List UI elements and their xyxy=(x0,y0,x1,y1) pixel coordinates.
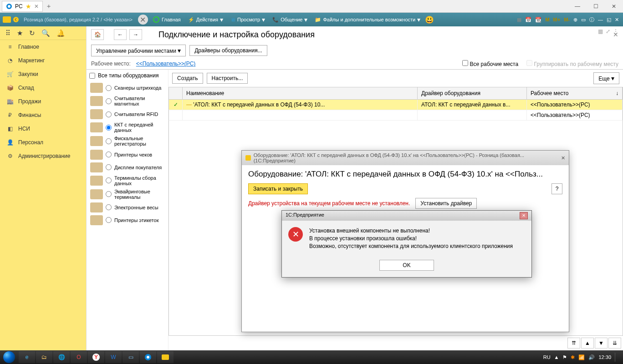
grid-icon[interactable]: ▦ xyxy=(516,17,523,23)
nav-nsi[interactable]: ◧НСИ xyxy=(0,122,86,136)
forward-button[interactable]: → xyxy=(129,29,142,40)
toolbar-view[interactable]: 🖥Просмотр▾ xyxy=(228,16,268,23)
back-button[interactable]: ← xyxy=(114,29,127,40)
configure-button[interactable]: Настроить... xyxy=(207,73,248,84)
all-types-checkbox[interactable] xyxy=(89,73,95,79)
mminus-icon[interactable]: M- xyxy=(562,17,571,22)
start-button[interactable] xyxy=(0,350,18,364)
equipment-type-radio[interactable] xyxy=(106,138,112,144)
install-driver-button[interactable]: Установить драйвер xyxy=(415,198,477,209)
reload-icon[interactable]: ↻ xyxy=(29,29,35,37)
toolbar-main[interactable]: Главная xyxy=(150,16,184,23)
taskbar-ie-icon[interactable]: e xyxy=(19,351,35,363)
nav-admin[interactable]: ⚙Администрирование xyxy=(0,149,86,163)
grid-down-icon[interactable]: ▼ xyxy=(595,338,608,349)
mplus-icon[interactable]: M+ xyxy=(552,17,562,22)
toolbar-chat[interactable]: 📞Общение▾ xyxy=(270,16,310,23)
workplace-link[interactable]: <<Пользователь>>(PC) xyxy=(136,61,196,67)
equipment-type-item[interactable]: Считыватели RFID xyxy=(89,108,165,121)
dialog-close-icon[interactable]: ✕ xyxy=(561,155,565,161)
nav-personnel[interactable]: 👤Персонал xyxy=(0,136,86,149)
home-button[interactable]: 🏠 xyxy=(91,29,104,40)
minimize2-icon[interactable]: — xyxy=(597,17,604,22)
table-row[interactable]: ✓— 'АТОЛ: ККТ с передачей данных в ОФД (… xyxy=(169,100,623,110)
calendar2-icon[interactable]: 📆 xyxy=(534,17,543,23)
all-workplaces-checkbox[interactable]: Все рабочие места xyxy=(462,60,518,67)
new-tab-button[interactable]: ＋ xyxy=(46,2,52,10)
col-workplace[interactable]: Рабочее место↓ xyxy=(527,87,623,99)
col-driver[interactable]: Драйвер оборудования xyxy=(418,87,527,99)
taskbar-chrome-icon[interactable]: 🌐 xyxy=(53,351,70,363)
zoom-in-icon[interactable]: ⊕ xyxy=(572,17,579,23)
grid-up-icon[interactable]: ▲ xyxy=(581,338,594,349)
nav-warehouse[interactable]: 📦Склад xyxy=(0,81,86,95)
close2-icon[interactable]: ✕ xyxy=(613,17,620,23)
tray-network-icon[interactable]: 📶 xyxy=(578,354,585,360)
equipment-type-item[interactable]: Электронные весы xyxy=(89,201,165,214)
col-name[interactable]: Наименование xyxy=(183,87,418,99)
equipment-type-radio[interactable] xyxy=(106,217,112,223)
options-icon[interactable]: ⋮ xyxy=(613,28,618,35)
doc-close-icon[interactable]: ✕ xyxy=(138,15,148,25)
equipment-type-radio[interactable] xyxy=(106,164,112,170)
nav-finance[interactable]: ₽Финансы xyxy=(0,108,86,122)
star-icon[interactable]: ★ xyxy=(26,3,31,10)
browser-tab[interactable]: PC ★ ✕ xyxy=(2,1,43,12)
equipment-type-item[interactable]: Фискальные регистраторы xyxy=(89,134,165,148)
nav-purchases[interactable]: 🛒Закупки xyxy=(0,67,86,81)
help-button[interactable]: ? xyxy=(552,183,562,194)
equipment-type-radio[interactable] xyxy=(106,85,112,91)
toolbar-files[interactable]: 📁Файлы и дополнительные возможности▾ xyxy=(312,16,423,23)
restore-icon[interactable]: ◱ xyxy=(605,17,613,23)
window-minimize[interactable]: — xyxy=(568,0,587,13)
taskbar-yandex-icon[interactable]: Y xyxy=(88,351,104,363)
star-nav-icon[interactable]: ★ xyxy=(17,29,23,37)
calendar-icon[interactable]: 📅 xyxy=(524,17,533,23)
window-close[interactable]: ✕ xyxy=(605,0,623,13)
tray-shield-icon[interactable]: ⚑ xyxy=(562,354,567,360)
nav-marketing[interactable]: ◔Маркетинг xyxy=(0,54,86,67)
create-button[interactable]: Создать xyxy=(172,73,203,84)
equipment-type-item[interactable]: Считыватели магнитных xyxy=(89,94,165,108)
equipment-type-item[interactable]: Принтеры этикеток xyxy=(89,214,165,227)
show-desktop[interactable] xyxy=(615,353,618,362)
taskbar-teamviewer-icon[interactable] xyxy=(140,351,156,363)
equipment-type-radio[interactable] xyxy=(106,98,112,104)
ok-button[interactable]: OK xyxy=(379,260,434,271)
tray-flag-icon[interactable]: ▲ xyxy=(554,354,559,360)
manage-workplaces-button[interactable]: Управление рабочими местами ▾ xyxy=(91,45,186,56)
window-maximize[interactable]: ☐ xyxy=(587,0,605,13)
tray-av-icon[interactable]: ✱ xyxy=(571,354,575,360)
table-row[interactable]: <<Пользователь>>(PC) xyxy=(169,110,623,121)
nav-sales[interactable]: 🏬Продажи xyxy=(0,95,86,108)
grid-last-icon[interactable]: ⇊ xyxy=(608,338,621,349)
bell-icon[interactable]: 🔔 xyxy=(56,29,65,37)
nav-main[interactable]: ≡Главное xyxy=(0,40,86,54)
m-icon[interactable]: M xyxy=(544,17,551,22)
equipment-type-item[interactable]: Принтеры чеков xyxy=(89,148,165,161)
more-button[interactable]: Еще ▾ xyxy=(593,72,619,84)
taskbar-app1-icon[interactable]: ▭ xyxy=(123,351,139,363)
tab-close-icon[interactable]: ✕ xyxy=(34,3,39,10)
equipment-type-item[interactable]: Эквайринговые терминалы xyxy=(89,187,165,201)
equipment-type-item[interactable]: ККТ с передачей данных xyxy=(89,121,165,134)
taskbar-opera-icon[interactable]: O xyxy=(71,351,87,363)
save-and-close-button[interactable]: Записать и закрыть xyxy=(248,183,308,194)
layout-grid-icon[interactable]: ▦ xyxy=(598,28,603,35)
taskbar-1c-icon[interactable] xyxy=(157,351,174,363)
equipment-type-radio[interactable] xyxy=(106,191,112,197)
error-dialog-close-icon[interactable]: ✕ xyxy=(520,212,528,219)
equipment-type-radio[interactable] xyxy=(106,177,112,183)
smiley-icon[interactable]: 😃 xyxy=(425,15,434,24)
equipment-type-radio[interactable] xyxy=(106,152,112,157)
toolbar-actions[interactable]: ⚡Действия▾ xyxy=(185,16,226,23)
expand-icon[interactable]: ⤢ xyxy=(606,28,610,35)
tray-lang[interactable]: RU xyxy=(543,354,551,360)
tray-sound-icon[interactable]: 🔊 xyxy=(588,354,595,360)
grid-first-icon[interactable]: ⇈ xyxy=(567,338,580,349)
equipment-type-radio[interactable] xyxy=(106,204,112,210)
equipment-type-radio[interactable] xyxy=(106,111,112,117)
apps-icon[interactable]: ⠿ xyxy=(5,29,10,37)
nav-back-icon[interactable] xyxy=(13,16,19,23)
taskbar-explorer-icon[interactable]: 🗂 xyxy=(36,351,52,363)
